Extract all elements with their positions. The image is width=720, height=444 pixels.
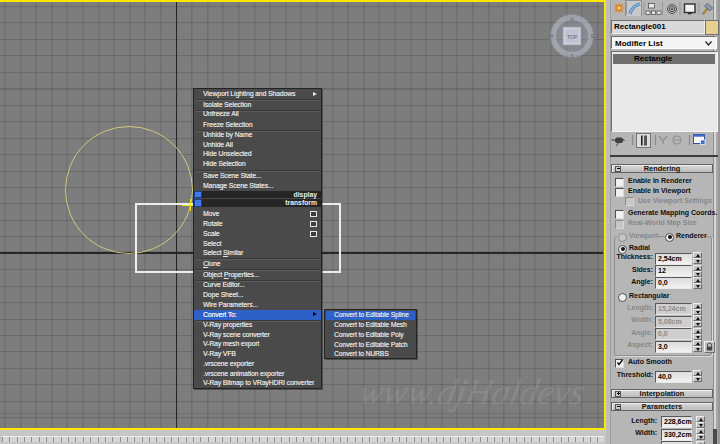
svg-text:N: N	[570, 17, 573, 22]
svg-text:TOP: TOP	[567, 34, 578, 40]
svg-text:E: E	[591, 34, 594, 39]
svg-text:W: W	[549, 34, 554, 39]
svg-text:S: S	[570, 54, 573, 59]
